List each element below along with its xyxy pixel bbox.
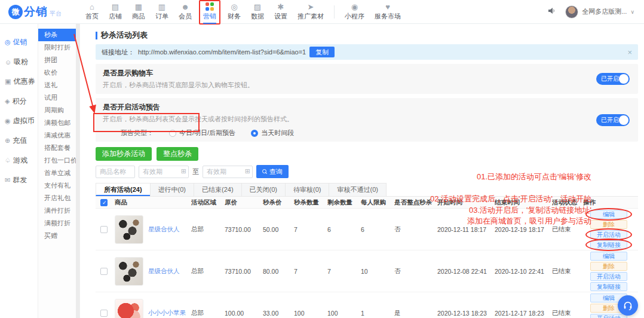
delete-button[interactable]: 删除 [590,262,627,271]
product-name-link[interactable]: 星级合伙人 [148,225,180,234]
nav-item-members[interactable]: ☻会员 [179,3,192,21]
start-activity-button[interactable]: 开启活动 [590,314,627,318]
submenu-item-full-discount[interactable]: 满减优惠 [38,129,79,142]
row-checkbox[interactable] [100,226,108,233]
submenu-item-group-buy[interactable]: 拼团 [38,54,79,66]
submenu-item-shop-gift[interactable]: 开店礼包 [38,192,79,204]
status-badge: 已结束 [552,309,583,317]
submenu-item-subscription[interactable]: 周期购 [38,104,79,117]
sidebar-item-fans[interactable]: ☺吸粉 [0,52,38,72]
sidebar-item-promotion[interactable]: ◎促销 [0,32,38,52]
copy-link-button[interactable]: 复制链接 [590,240,627,249]
submenu-item-package-price[interactable]: 打包一口价 [38,154,79,167]
setting-show-cart: 是否显示购物车 开启后，秒杀商品详情页底部显示加入购物车按钮。 已开启 [96,64,638,94]
tab-ended[interactable]: 已结束(24) [194,183,241,196]
promote-icon: ➤ [308,3,314,11]
coupon-icon: ▣ [5,78,11,85]
submenu-item-bundle[interactable]: 搭配套餐 [38,142,79,154]
submenu-item-qty-discount[interactable]: 满件打折 [38,204,79,217]
submenu-item-seckill[interactable]: 秒杀 [38,29,79,41]
delete-button[interactable]: 删除 [590,220,627,229]
submenu-item-bargain[interactable]: 砍价 [38,66,79,79]
submenu-item-gift[interactable]: 送礼 [38,79,79,91]
account-menu[interactable]: 全网多店版测... ∨ [565,5,634,19]
sidebar-item-recharge[interactable]: ⊕充值 [0,131,38,151]
orders-icon: ▥ [158,3,165,11]
status-badge: 已结束 [552,225,583,234]
table-row: 星级合伙人 总部 73710.00 50.00 7 6 6 否 2020-12-… [96,209,638,250]
sidebar-item-virtual-coin[interactable]: ◉虚拟币 [0,111,38,131]
main-nav: ⌂首页 ▤店铺 ▦商品 ▥订单 ☻会员 营销 ◎财务 ▨数据 ✱设置 ➤推广素材… [85,1,401,22]
edit-button[interactable]: 编辑 [590,210,627,219]
cart-toggle-on[interactable]: 已开启 [596,73,630,85]
start-activity-button[interactable]: 开启活动 [590,272,627,281]
sidebar-item-points[interactable]: ◈积分 [0,91,38,111]
start-activity-button[interactable]: 开启活动 [590,230,627,239]
broadcast-icon: ✉ [5,176,10,184]
nav-item-service-market[interactable]: ♥服务市场 [375,3,401,21]
setting-activity-preview: 是否开启活动预告 开启后，秒杀商品列表页会显示按天或者按时间排列的预告样式。 预… [96,98,638,142]
nav-item-marketing[interactable]: 营销 [199,0,220,25]
customer-service-button[interactable] [618,295,638,316]
select-all-checkbox[interactable] [100,199,108,206]
submenu-item-buy-gift[interactable]: 买赠 [38,230,79,242]
preview-type-radios: 预告类型： 今日/明日/后期预告 当天时间段 [103,129,631,137]
submenu-item-free-shipping[interactable]: 满额包邮 [38,117,79,129]
nav-item-miniprogram[interactable]: ◉小程序 [345,3,364,21]
setting-desc: 开启后，秒杀商品详情页底部显示加入购物车按钮。 [103,81,631,90]
add-seckill-button[interactable]: 添加秒杀活动 [96,147,152,161]
preview-toggle-on[interactable]: 已开启 [596,114,630,126]
nav-item-settings[interactable]: ✱设置 [274,3,287,21]
submenu-item-amount-discount[interactable]: 满额打折 [38,217,79,230]
edit-button[interactable]: 编辑 [590,252,627,261]
product-name-input[interactable] [96,166,135,178]
toggle-knob [619,74,628,84]
calendar-icon: ⊞ [181,167,186,175]
product-name-link[interactable]: 星级合伙人 [148,267,180,276]
copy-link-button[interactable]: 复制 [309,47,335,57]
logo-brand: 分销 [24,4,48,20]
home-icon: ⌂ [90,3,94,11]
tab-in-progress[interactable]: 进行中(0) [150,183,194,196]
nav-item-data[interactable]: ▨数据 [251,3,264,21]
tab-all-activities[interactable]: 所有活动(24) [96,183,150,196]
close-icon[interactable]: × [627,48,632,57]
speaker-icon[interactable] [547,7,556,17]
promotion-submenu: 秒杀 限时打折 拼团 砍价 送礼 试用 周期购 满额包邮 满减优惠 搭配套餐 打… [38,24,80,318]
submenu-item-time-discount[interactable]: 限时打折 [38,41,79,54]
search-button[interactable]: 查询 [256,165,289,178]
nav-item-goods[interactable]: ▦商品 [132,3,145,21]
nav-item-home[interactable]: ⌂首页 [85,3,99,21]
members-icon: ☻ [181,3,189,11]
nav-item-finance[interactable]: ◎财务 [228,3,241,21]
submenu-item-pay-gift[interactable]: 支付有礼 [38,179,79,192]
row-checkbox[interactable] [100,310,108,317]
copy-link-button[interactable]: 复制链接 [590,282,627,291]
radio-same-day[interactable]: 当天时间段 [251,129,294,137]
sidebar-item-games[interactable]: ♤游戏 [0,151,38,170]
submenu-item-first-order[interactable]: 首单立减 [38,167,79,179]
store-icon: ▤ [112,3,119,11]
radio-daily-preview[interactable]: 今日/明日/后期预告 [169,129,235,137]
nav-item-orders[interactable]: ▥订单 [155,3,168,21]
submenu-item-trial[interactable]: 试用 [38,91,79,104]
account-name: 全网多店版测... [582,7,627,16]
sidebar-item-coupon[interactable]: ▣优惠券 [0,72,38,91]
title-accent-bar [96,32,97,39]
product-name-link[interactable]: 小小小小苹果 [148,309,186,317]
row-checkbox[interactable] [100,268,108,275]
setting-desc: 开启后，秒杀商品列表页会显示按天或者按时间排列的预告样式。 [103,115,631,124]
avatar [565,5,578,19]
hourly-seckill-button[interactable]: 整点秒杀 [157,147,198,161]
submenu-scrollbar[interactable] [76,24,79,318]
toggle-knob [619,115,628,125]
service-market-icon: ♥ [385,3,390,11]
nav-item-promo-material[interactable]: ➤推广素材 [298,3,324,21]
nav-item-store[interactable]: ▤店铺 [109,3,122,21]
tab-closed[interactable]: 已关闭(0) [241,183,285,196]
chevron-down-icon: ∨ [630,9,634,15]
sidebar-item-broadcast[interactable]: ✉群发 [0,170,38,190]
tab-pending-review[interactable]: 待审核(0) [285,183,329,196]
app-logo[interactable]: 微 分销 平台 [0,4,72,20]
tab-review-rejected[interactable]: 审核不通过(0) [329,183,386,196]
